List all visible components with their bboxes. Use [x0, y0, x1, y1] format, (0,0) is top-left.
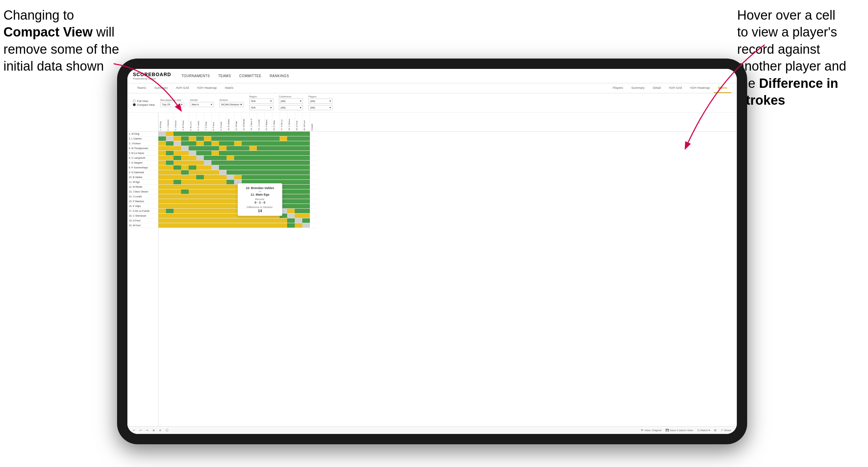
cell-r18-c5[interactable]: [196, 218, 204, 223]
radio-compact-view[interactable]: Compact View: [133, 103, 155, 106]
cell-r4-c12[interactable]: [249, 151, 257, 156]
cell-r18-c11[interactable]: [242, 218, 249, 223]
cell-r0-c13[interactable]: [257, 132, 264, 136]
cell-r13-c4[interactable]: [189, 194, 196, 199]
cell-r7-c7[interactable]: [211, 165, 219, 170]
cell-r7-c3[interactable]: [181, 165, 189, 170]
cell-r4-c18[interactable]: [295, 151, 302, 156]
radio-full-view[interactable]: Full View: [133, 100, 155, 103]
cell-r3-c7[interactable]: [211, 146, 219, 151]
cell-r17-c18[interactable]: [295, 214, 302, 218]
cell-r15-c9[interactable]: [227, 204, 234, 209]
cell-r6-c7[interactable]: [211, 160, 219, 165]
cell-r14-c0[interactable]: [158, 199, 166, 204]
cell-r16-c7[interactable]: [211, 209, 219, 214]
cell-r8-c12[interactable]: [249, 170, 257, 175]
cell-r8-c5[interactable]: [196, 170, 204, 175]
cell-r9-c6[interactable]: [204, 175, 211, 180]
cell-r8-c10[interactable]: [234, 170, 242, 175]
tab-h2h-heatmap[interactable]: H2H Heatmap: [193, 83, 221, 93]
filter-players-select[interactable]: (All) ▾: [308, 98, 333, 104]
cell-r5-c10[interactable]: [234, 156, 242, 160]
cell-r10-c9[interactable]: [227, 180, 234, 185]
cell-r0-c0[interactable]: [158, 132, 166, 136]
toolbar-info[interactable]: ⓘ: [166, 428, 168, 432]
cell-r1-c10[interactable]: [234, 136, 242, 141]
cell-r15-c18[interactable]: [295, 204, 302, 209]
toolbar-watch[interactable]: ⊙ Watch ▾: [697, 429, 710, 432]
cell-r18-c15[interactable]: [272, 218, 280, 223]
cell-r17-c9[interactable]: [227, 214, 234, 218]
cell-r3-c19[interactable]: [302, 146, 310, 151]
cell-r13-c1[interactable]: [166, 194, 174, 199]
cell-r10-c0[interactable]: [158, 180, 166, 185]
cell-r11-c20[interactable]: [310, 185, 317, 189]
cell-r6-c12[interactable]: [249, 160, 257, 165]
cell-r4-c0[interactable]: [158, 151, 166, 156]
cell-r8-c3[interactable]: [181, 170, 189, 175]
cell-r17-c8[interactable]: [219, 214, 227, 218]
cell-r17-c7[interactable]: [211, 214, 219, 218]
cell-r10-c4[interactable]: [189, 180, 196, 185]
cell-r2-c20[interactable]: [310, 141, 317, 146]
tab-teams[interactable]: Teams: [133, 83, 150, 93]
cell-r16-c0[interactable]: [158, 209, 166, 214]
cell-r10-c7[interactable]: [211, 180, 219, 185]
cell-r3-c9[interactable]: [227, 146, 234, 151]
cell-r10-c19[interactable]: [302, 180, 310, 185]
cell-r15-c0[interactable]: [158, 204, 166, 209]
cell-r9-c3[interactable]: [181, 175, 189, 180]
cell-r4-c1[interactable]: [166, 151, 174, 156]
cell-r19-c19[interactable]: [302, 223, 310, 228]
cell-r8-c16[interactable]: [280, 170, 287, 175]
cell-r12-c7[interactable]: [211, 189, 219, 194]
cell-r10-c5[interactable]: [196, 180, 204, 185]
cell-r7-c11[interactable]: [242, 165, 249, 170]
cell-r19-c0[interactable]: [158, 223, 166, 228]
cell-r6-c1[interactable]: [166, 160, 174, 165]
cell-r16-c20[interactable]: [310, 209, 317, 214]
cell-r7-c6[interactable]: [204, 165, 211, 170]
cell-r4-c4[interactable]: [189, 151, 196, 156]
cell-r18-c12[interactable]: [249, 218, 257, 223]
cell-r0-c17[interactable]: [287, 132, 295, 136]
cell-r17-c5[interactable]: [196, 214, 204, 218]
cell-r9-c13[interactable]: [257, 175, 264, 180]
cell-r19-c5[interactable]: [196, 223, 204, 228]
cell-r19-c18[interactable]: [295, 223, 302, 228]
tab-matrix-top[interactable]: Matrix: [221, 83, 238, 93]
cell-r19-c3[interactable]: [181, 223, 189, 228]
cell-r1-c13[interactable]: [257, 136, 264, 141]
cell-r16-c2[interactable]: [174, 209, 181, 214]
cell-r3-c12[interactable]: [249, 146, 257, 151]
cell-r19-c11[interactable]: [242, 223, 249, 228]
cell-r15-c3[interactable]: [181, 204, 189, 209]
cell-r19-c1[interactable]: [166, 223, 174, 228]
tab-h2h-grid2[interactable]: H2H Grid: [665, 83, 686, 93]
cell-r6-c3[interactable]: [181, 160, 189, 165]
cell-r19-c2[interactable]: [174, 223, 181, 228]
cell-r12-c9[interactable]: [227, 189, 234, 194]
cell-r9-c19[interactable]: [302, 175, 310, 180]
cell-r13-c5[interactable]: [196, 194, 204, 199]
cell-r1-c2[interactable]: [174, 136, 181, 141]
cell-r9-c1[interactable]: [166, 175, 174, 180]
cell-r10-c20[interactable]: [310, 180, 317, 185]
cell-r6-c14[interactable]: [264, 160, 272, 165]
cell-r12-c4[interactable]: [189, 189, 196, 194]
cell-r4-c20[interactable]: [310, 151, 317, 156]
cell-r18-c14[interactable]: [264, 218, 272, 223]
nav-tournaments[interactable]: TOURNAMENTS: [181, 73, 210, 79]
cell-r2-c6[interactable]: [204, 141, 211, 146]
filter-conference-select2[interactable]: (All) ▾: [279, 105, 303, 110]
cell-r14-c20[interactable]: [310, 199, 317, 204]
cell-r18-c18[interactable]: [295, 218, 302, 223]
cell-r10-c6[interactable]: [204, 180, 211, 185]
cell-r5-c7[interactable]: [211, 156, 219, 160]
cell-r5-c15[interactable]: [272, 156, 280, 160]
cell-r12-c1[interactable]: [166, 189, 174, 194]
cell-r6-c9[interactable]: [227, 160, 234, 165]
cell-r16-c18[interactable]: [295, 209, 302, 214]
cell-r5-c4[interactable]: [189, 156, 196, 160]
nav-teams[interactable]: TEAMS: [218, 73, 231, 79]
